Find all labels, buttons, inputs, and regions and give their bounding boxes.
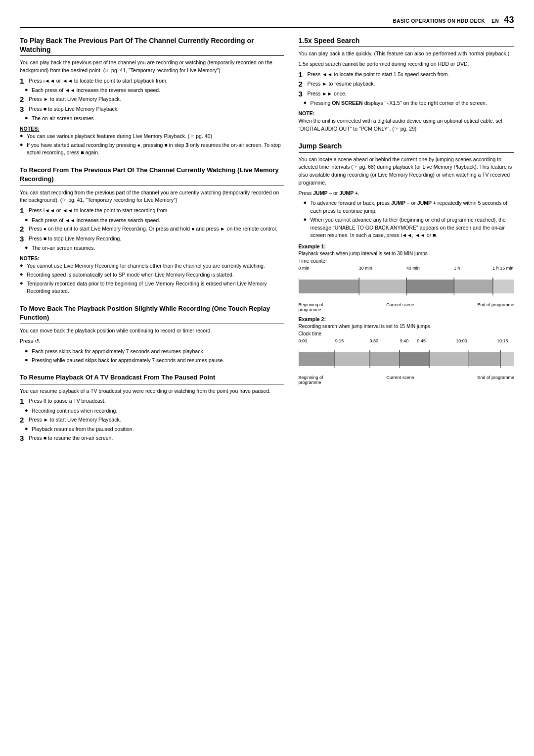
speed-search-note-line: 1.5x speed search cannot be performed du… [299, 60, 515, 68]
notes-label-1: NOTES: [20, 126, 284, 132]
svg-rect-4 [454, 280, 493, 293]
section-title-header: BASIC OPERATIONS ON HDD DECK [393, 18, 485, 24]
bullet-1-2: ● The on-air screen resumes. [25, 115, 284, 123]
section-one-touch-replay: To Move Back The Playback Position Sligh… [20, 304, 284, 364]
svg-rect-22 [500, 352, 514, 366]
note-2-1: ● You cannot use Live Memory Recording f… [20, 262, 284, 270]
notes-box-1: NOTES: ● You can use various playback fe… [20, 126, 284, 157]
step-1-1: 1 Press i◄◄ or ◄◄ to locate the point to… [20, 77, 284, 86]
step-4-1: 1 Press II to pause a TV broadcast. [20, 397, 284, 406]
note-2-2: ● Recording speed is automatically set t… [20, 271, 284, 279]
section-playback-previous: To Play Back The Previous Part Of The Ch… [20, 36, 284, 157]
section-speed-search: 1.5x Speed Search You can play back a ti… [299, 36, 515, 133]
bullet-4-1: ● Recording continues when recording. [25, 407, 284, 415]
svg-rect-17 [335, 352, 370, 366]
svg-rect-1 [299, 280, 359, 293]
example1-time-markers: 0 min 30 min 40 min 1 h 1 h 15 min [299, 266, 515, 276]
notes-box-2: NOTES: ● You cannot use Live Memory Reco… [20, 255, 284, 295]
example1-svg [299, 276, 515, 300]
note-1-1: ● You can use various playback features … [20, 133, 284, 141]
bullet-2-1: ● Each press of ◄◄ increases the reverse… [25, 217, 284, 225]
svg-rect-16 [299, 352, 335, 366]
svg-rect-18 [370, 352, 400, 366]
note-box-ss: NOTE: When the unit is connected with a … [299, 110, 515, 133]
section4-intro: You can resume playback of a TV broadcas… [20, 387, 284, 395]
section2-intro: You can start recording from the previou… [20, 189, 284, 205]
section3-press: Press ↺. [20, 337, 284, 345]
example2-time-markers: 9:00 9:15 9:30 9:40 9:45 10:00 10:15 [299, 338, 515, 348]
step-2-2: 2 Press ● on the unit to start Live Memo… [20, 225, 284, 234]
example1-bottom-labels: Beginning ofprogramme Current scene End … [299, 302, 515, 312]
section4-title: To Resume Playback Of A TV Broadcast Fro… [20, 373, 284, 384]
section2-title: To Record From The Previous Part Of The … [20, 166, 284, 186]
step-ss-2: 2 Press ► to resume playback. [299, 80, 515, 89]
jump-search-title: Jump Search [299, 142, 515, 152]
example1-timeline: 0 min 30 min 40 min 1 h 1 h 15 min [299, 266, 515, 312]
bullet-js-2: ● When you cannot advance any farther (b… [304, 216, 515, 239]
notes-label-2: NOTES: [20, 255, 284, 261]
bullet-3-1: ● Each press skips back for approximatel… [25, 348, 284, 356]
bullet-3-2: ● Pressing while paused skips back for a… [25, 357, 284, 365]
svg-rect-19 [400, 352, 429, 366]
example2-svg [299, 348, 515, 373]
bullet-4-2: ● Playback resumes from the paused posit… [25, 425, 284, 433]
step-ss-3: 3 Press ►► once. [299, 90, 515, 98]
jump-search-intro: You can locate a scene ahead or behind t… [299, 156, 515, 187]
example1-time-label: Time counter [299, 258, 515, 264]
section1-intro: You can play back the previous part of t… [20, 59, 284, 75]
step-2-3: 3 Press ■ to stop Live Memory Recording. [20, 235, 284, 243]
page-header: BASIC OPERATIONS ON HDD DECK EN 43 [20, 15, 514, 28]
main-content: To Play Back The Previous Part Of The Ch… [20, 36, 514, 451]
section3-title: To Move Back The Playback Position Sligh… [20, 304, 284, 324]
bullet-1-1: ● Each press of ◄◄ increases the reverse… [25, 87, 284, 94]
speed-search-title: 1.5x Speed Search [299, 36, 515, 47]
example2-desc: Recording search when jump interval is s… [299, 324, 515, 329]
section-jump-search: Jump Search You can locate a scene ahead… [299, 142, 515, 385]
svg-rect-5 [492, 280, 514, 293]
jump-press-text: Press JUMP – or JUMP +. [299, 189, 515, 197]
example2-timeline: 9:00 9:15 9:30 9:40 9:45 10:00 10:15 [299, 338, 515, 385]
svg-rect-2 [359, 280, 406, 293]
section3-intro: You can move back the playback position … [20, 327, 284, 335]
note-2-3: ● Temporarily recorded data prior to the… [20, 280, 284, 296]
language-label: EN [491, 18, 499, 24]
step-1-2: 2 Press ► to start Live Memory Playback. [20, 95, 284, 104]
section-live-memory-recording: To Record From The Previous Part Of The … [20, 166, 284, 295]
speed-search-intro: You can play back a title quickly. (This… [299, 50, 515, 58]
example2-time-label: Clock time [299, 331, 515, 336]
bullet-js-1: ● To advance forward or back, press JUMP… [304, 199, 515, 215]
page-number: 43 [504, 15, 514, 25]
example1-title: Example 1: [299, 243, 515, 249]
note-1-2: ● If you have started actual recording b… [20, 142, 284, 157]
step-4-3: 3 Press ■ to resume the on-air screen. [20, 434, 284, 443]
note-label-ss: NOTE: [299, 110, 515, 116]
step-2-1: 1 Press i◄◄ or ◄◄ to locate the point to… [20, 207, 284, 215]
step-4-2: 2 Press ► to start Live Memory Playback. [20, 416, 284, 425]
bullet-2-2: ● The on-air screen resumes. [25, 244, 284, 252]
example1-desc: Playback search when jump interval is se… [299, 251, 515, 256]
svg-rect-21 [468, 352, 500, 366]
step-1-3: 3 Press ■ to stop Live Memory Playback. [20, 105, 284, 114]
section1-title: To Play Back The Previous Part Of The Ch… [20, 36, 284, 56]
svg-rect-3 [406, 280, 454, 293]
example1-diagram: Example 1: Playback search when jump int… [299, 243, 515, 312]
bullet-ss-1: ● Pressing ON SCREEN displays "+X1.5" on… [304, 99, 515, 107]
example2-bottom-labels: Beginning ofprogramme Current scene End … [299, 375, 515, 385]
section-resume-paused: To Resume Playback Of A TV Broadcast Fro… [20, 373, 284, 442]
example2-title: Example 2: [299, 316, 515, 322]
right-column: 1.5x Speed Search You can play back a ti… [299, 36, 515, 451]
step-ss-1: 1 Press ◄◄ to locate the point to start … [299, 71, 515, 79]
example2-diagram: Example 2: Recording search when jump in… [299, 316, 515, 385]
svg-rect-20 [429, 352, 468, 366]
note-text-ss: When the unit is connected with a digita… [299, 117, 515, 133]
left-column: To Play Back The Previous Part Of The Ch… [20, 36, 284, 451]
